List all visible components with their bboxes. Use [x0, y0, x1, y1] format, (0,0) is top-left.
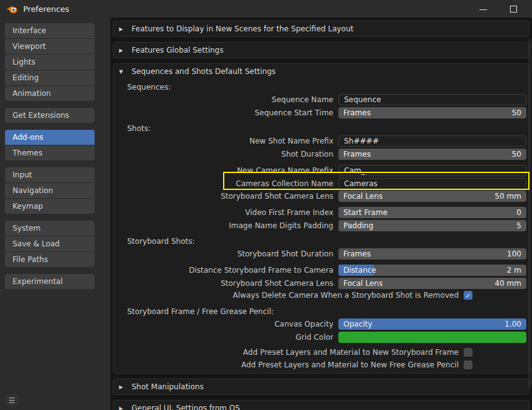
maximize-button[interactable] [503, 0, 524, 18]
sidebar-item-keymap[interactable]: Keymap [5, 199, 95, 214]
new-shot-name-prefix-input[interactable]: Sh#### [338, 135, 526, 147]
panel-features-global: ▶ Features Global Settings [113, 42, 529, 58]
sequence-start-time-row: Sequence Start Time Frames 50 [113, 107, 529, 118]
slider-name: Frames [343, 149, 371, 160]
panel-header-general-ui[interactable]: ▶ General UI, Settings from OS [113, 401, 529, 410]
slider-name: Start Frame [343, 207, 388, 218]
panel-title: Shot Manipulations [132, 382, 204, 391]
preferences-main-area: ▶ Features to Display in New Scenes for … [111, 18, 532, 410]
sidebar-item-themes[interactable]: Themes [5, 145, 95, 160]
slider-value: 0 [516, 207, 521, 218]
storyboard-shots-heading: Storyboard Shots: [127, 237, 529, 246]
panel-header-shot-manipulations[interactable]: ▶ Shot Manipulations [113, 379, 529, 394]
sidebar-item-interface[interactable]: Interface [5, 23, 95, 38]
panel-title: Features to Display in New Scenes for th… [132, 24, 353, 33]
sidebar-item-get-extensions[interactable]: Get Extensions [5, 108, 95, 123]
panel-header-features-global[interactable]: ▶ Features Global Settings [113, 43, 529, 58]
minimize-icon: — [479, 4, 488, 14]
image-name-digits-padding-slider[interactable]: Padding 5 [338, 220, 526, 231]
distance-storyboard-frame-slider[interactable]: Distance 2 m [338, 265, 526, 276]
storyboard-shot-duration-row: Storyboard Shot Duration Frames 100 [113, 248, 529, 260]
chevron-down-icon: ▼ [119, 69, 128, 75]
cameras-collection-name-input[interactable]: Cameras [338, 178, 526, 189]
panel-header-sequences-shots[interactable]: ▼ Sequences and Shots Default Settings [113, 64, 529, 79]
slider-value: 50 mm [495, 191, 521, 202]
new-shot-name-prefix-label: New Shot Name Prefix [113, 137, 338, 145]
slider-name: Padding [343, 220, 373, 231]
add-preset-storyboard-frame-label: Add Preset Layers and Material to New St… [113, 348, 464, 357]
sidebar-item-navigation[interactable]: Navigation [5, 183, 95, 198]
sidebar-group-extensions: Get Extensions [5, 108, 95, 123]
sidebar-item-save-load[interactable]: Save & Load [5, 236, 95, 251]
panel-general-ui: ▶ General UI, Settings from OS [113, 400, 529, 410]
sequence-name-row: Sequence Name Sequence [113, 93, 529, 105]
shot-duration-row: Shot Duration Frames 50 [113, 148, 529, 160]
sidebar-item-file-paths[interactable]: File Paths [5, 252, 95, 267]
panel-features-display: ▶ Features to Display in New Scenes for … [113, 21, 529, 37]
distance-storyboard-frame-row: Distance Storyboard Frame to Camera Dist… [113, 264, 529, 276]
new-shot-name-prefix-row: New Shot Name Prefix Sh#### [113, 135, 529, 147]
panel-title: Sequences and Shots Default Settings [132, 67, 276, 76]
slider-value: 5 [516, 220, 521, 231]
sidebar-item-animation[interactable]: Animation [5, 86, 95, 101]
new-camera-name-prefix-input[interactable]: Cam_ [338, 165, 526, 176]
sequences-heading: Sequences: [127, 83, 529, 92]
storyboard-shot-camera-lens-2-slider[interactable]: Focal Lens 40 mm [338, 278, 526, 289]
chevron-right-icon: ▶ [119, 48, 128, 53]
maximize-icon [510, 6, 517, 13]
sidebar-item-experimental[interactable]: Experimental [5, 274, 95, 289]
always-delete-camera-checkbox[interactable]: ✓ [464, 291, 472, 300]
video-first-frame-index-label: Video First Frame Index [113, 208, 338, 217]
grid-color-row: Grid Color [113, 331, 529, 343]
slider-name: Frames [343, 107, 371, 118]
sequences-shots-settings: Sequences: Sequence Name Sequence Sequen… [113, 83, 529, 373]
preferences-sidebar: Interface Viewport Lights Editing Animat… [0, 18, 111, 410]
sidebar-item-viewport[interactable]: Viewport [5, 39, 95, 54]
add-preset-storyboard-frame-checkbox[interactable] [464, 348, 472, 357]
sequence-start-time-slider[interactable]: Frames 50 [338, 107, 526, 118]
sidebar-item-input[interactable]: Input [5, 167, 95, 182]
sidebar-item-lights[interactable]: Lights [5, 55, 95, 70]
sequence-start-time-label: Sequence Start Time [113, 108, 338, 117]
sidebar-item-editing[interactable]: Editing [5, 70, 95, 85]
sidebar-group-experimental: Experimental [5, 274, 95, 289]
shot-duration-slider[interactable]: Frames 50 [338, 149, 526, 160]
canvas-opacity-slider[interactable]: Opacity 1.00 [338, 318, 526, 330]
video-first-frame-index-slider[interactable]: Start Frame 0 [338, 207, 526, 218]
add-preset-free-grease-pencil-label: Add Preset Layers and Material to New Fr… [113, 360, 464, 369]
grid-color-swatch[interactable] [338, 332, 526, 343]
chevron-right-icon: ▶ [119, 384, 128, 390]
sidebar-group-input: Input Navigation Keymap [5, 167, 95, 214]
add-preset-storyboard-frame-row: Add Preset Layers and Material to New St… [113, 348, 529, 357]
storyboard-shot-duration-label: Storyboard Shot Duration [113, 250, 338, 258]
vertical-scrollbar[interactable] [528, 38, 531, 388]
sidebar-item-system[interactable]: System [5, 221, 95, 236]
minimize-button[interactable]: — [472, 0, 494, 18]
sidebar-group-addons: Add-ons Themes [5, 130, 95, 160]
slider-value: 40 mm [495, 278, 521, 289]
chevron-right-icon: ▶ [119, 406, 128, 410]
preferences-menu-button[interactable]: ☰ [4, 394, 19, 407]
sidebar-item-add-ons[interactable]: Add-ons [5, 130, 95, 145]
window-title: Preferences [23, 4, 70, 14]
grid-color-label: Grid Color [113, 333, 338, 342]
add-preset-free-grease-pencil-checkbox[interactable] [464, 360, 472, 369]
storyboard-shot-camera-lens-2-label: Storyboard Shot Camera Lens [113, 279, 338, 288]
storyboard-frame-heading: Storyboard Frame / Free Grease Pencil: [127, 307, 529, 317]
slider-name: Focal Lens [343, 191, 383, 202]
storyboard-shot-camera-lens-label: Storyboard Shot Camera Lens [113, 192, 338, 201]
slider-value: 2 m [507, 265, 521, 276]
storyboard-shot-duration-slider[interactable]: Frames 100 [338, 248, 526, 260]
menu-icon: ☰ [9, 396, 16, 405]
titlebar: Preferences — [0, 0, 532, 18]
panel-title: General UI, Settings from OS [132, 404, 240, 410]
storyboard-shot-camera-lens-2-row: Storyboard Shot Camera Lens Focal Lens 4… [113, 277, 529, 289]
new-camera-name-prefix-label: New Camera Name Prefix [113, 166, 338, 175]
storyboard-shot-camera-lens-slider[interactable]: Focal Lens 50 mm [338, 191, 526, 202]
slider-name: Frames [343, 248, 371, 260]
chevron-right-icon: ▶ [119, 26, 128, 32]
sequence-name-input[interactable]: Sequence [338, 94, 526, 105]
panel-header-features-display[interactable]: ▶ Features to Display in New Scenes for … [113, 21, 529, 36]
panel-shot-manipulations: ▶ Shot Manipulations [113, 379, 529, 395]
slider-name: Opacity [343, 318, 372, 330]
